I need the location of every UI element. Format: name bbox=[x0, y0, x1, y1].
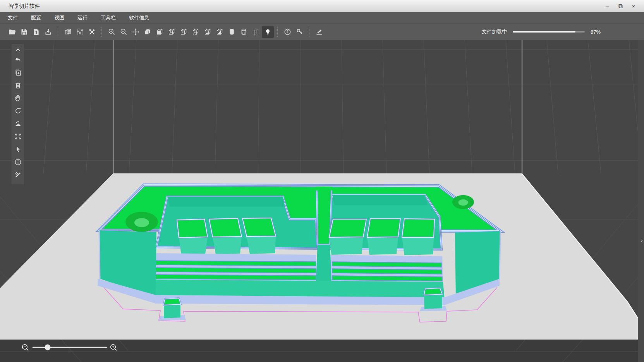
zoom-out-icon[interactable] bbox=[22, 345, 28, 350]
progress-percent: 87% bbox=[591, 29, 601, 35]
view-dashed-cube-icon[interactable] bbox=[190, 26, 202, 38]
delete-model-icon[interactable] bbox=[12, 79, 24, 92]
view-wireframe-cube-icon[interactable] bbox=[166, 26, 178, 38]
restore-button[interactable]: ⧉ bbox=[614, 0, 627, 12]
toolbar-separator bbox=[101, 27, 102, 37]
repair-model-icon[interactable] bbox=[12, 168, 24, 181]
tool-settings-icon[interactable] bbox=[86, 26, 98, 38]
select-model-icon[interactable] bbox=[12, 143, 24, 156]
window-controls: –⧉× bbox=[601, 0, 640, 12]
zoom-slider[interactable] bbox=[19, 342, 124, 353]
parameter-settings-icon[interactable] bbox=[74, 26, 86, 38]
light-toggle-icon[interactable] bbox=[262, 26, 274, 38]
progress-label: 文件加载中 bbox=[482, 28, 507, 35]
toolbar-separator bbox=[277, 27, 278, 37]
progress-bar bbox=[513, 31, 585, 33]
scale-model-icon[interactable] bbox=[12, 130, 24, 143]
menu-config[interactable]: 配置 bbox=[31, 14, 41, 21]
machine-config-icon[interactable] bbox=[62, 26, 74, 38]
vent-slots bbox=[154, 253, 443, 283]
boss-right bbox=[452, 195, 474, 209]
license-key-icon[interactable] bbox=[294, 26, 306, 38]
import-model-icon[interactable] bbox=[30, 26, 42, 38]
help-icon[interactable]: ? bbox=[282, 26, 294, 38]
save-file-icon[interactable] bbox=[18, 26, 30, 38]
zoom-slider-thumb[interactable] bbox=[45, 345, 51, 350]
title-bar: 智享切片软件 –⧉× bbox=[0, 0, 644, 12]
file-load-progress: 文件加载中 87% bbox=[482, 28, 601, 35]
boss-left bbox=[125, 212, 158, 232]
pan-view-icon[interactable] bbox=[12, 92, 24, 105]
undo-icon[interactable] bbox=[12, 53, 24, 66]
menu-view[interactable]: 视图 bbox=[54, 14, 64, 21]
menu-software-info[interactable]: 软件信息 bbox=[129, 14, 149, 21]
duplicate-model-icon[interactable] bbox=[12, 66, 24, 79]
view-cylinder-points-icon[interactable] bbox=[250, 26, 262, 38]
close-button[interactable]: × bbox=[627, 0, 640, 12]
model-info-icon[interactable] bbox=[12, 156, 24, 168]
menu-bar: 文件配置视图运行工具栏软件信息 bbox=[0, 12, 644, 23]
view-cylinder-solid-icon[interactable] bbox=[226, 26, 238, 38]
viewport-3d[interactable] bbox=[0, 0, 644, 362]
menu-file[interactable]: 文件 bbox=[8, 14, 18, 21]
menu-run[interactable]: 运行 bbox=[77, 14, 88, 21]
zoom-in-icon[interactable] bbox=[111, 345, 117, 350]
toolbar-groups: ? bbox=[6, 26, 325, 38]
rotate-model-icon[interactable] bbox=[12, 105, 24, 117]
toolbar-separator bbox=[309, 27, 310, 37]
panel-toggle-chevron-icon[interactable]: ‹ bbox=[641, 237, 643, 244]
cut-tool-icon[interactable] bbox=[313, 26, 325, 38]
zoom-out-icon[interactable] bbox=[118, 26, 130, 38]
left-toolbar bbox=[12, 44, 24, 184]
view-solid-cube-icon[interactable] bbox=[142, 26, 154, 38]
view-surface-cube-icon[interactable] bbox=[154, 26, 166, 38]
right-panel-toggle-strip: ‹ bbox=[638, 40, 644, 362]
center-column bbox=[316, 245, 331, 282]
toolbar-separator bbox=[58, 27, 58, 37]
main-toolbar: ? 文件加载中 87% bbox=[0, 23, 644, 40]
window-title: 智享切片软件 bbox=[9, 0, 40, 12]
zoom-in-icon[interactable] bbox=[106, 26, 118, 38]
menu-toolbar[interactable]: 工具栏 bbox=[101, 14, 116, 21]
move-view-icon[interactable] bbox=[130, 26, 142, 38]
lay-flat-icon[interactable] bbox=[12, 117, 24, 130]
view-bottom-cube-icon[interactable] bbox=[202, 26, 214, 38]
progress-fill bbox=[513, 31, 575, 33]
view-dotted-cube-icon[interactable] bbox=[178, 26, 190, 38]
collapse-toolbar-icon[interactable] bbox=[12, 46, 24, 53]
svg-text:?: ? bbox=[287, 30, 289, 34]
minimize-button[interactable]: – bbox=[601, 0, 614, 12]
view-section-cube-icon[interactable] bbox=[214, 26, 226, 38]
export-gcode-icon[interactable] bbox=[42, 26, 54, 38]
open-file-icon[interactable] bbox=[6, 26, 18, 38]
view-cylinder-wire-icon[interactable] bbox=[238, 26, 250, 38]
